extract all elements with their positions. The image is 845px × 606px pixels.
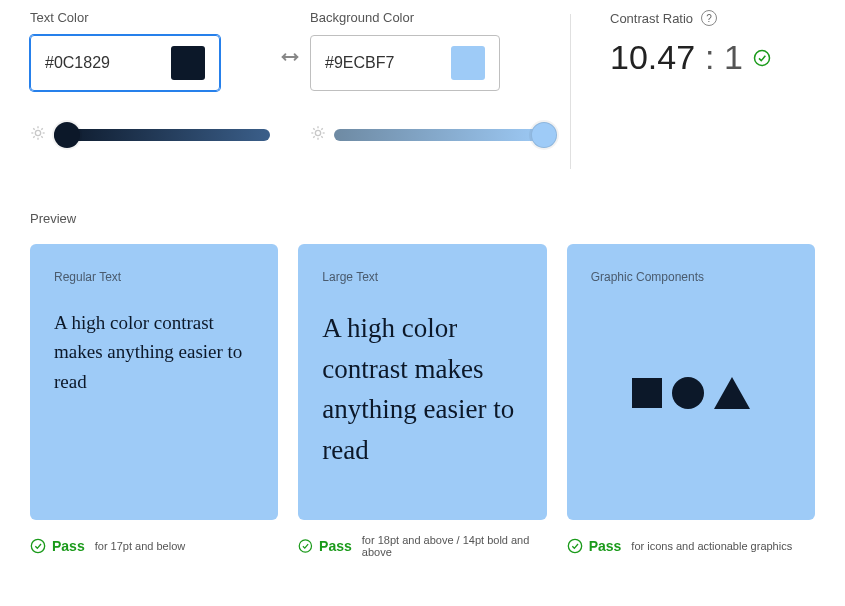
check-icon bbox=[30, 538, 46, 554]
svg-point-22 bbox=[568, 539, 581, 552]
svg-line-6 bbox=[41, 136, 42, 137]
contrast-ratio-value: 10.47 : 1 bbox=[610, 38, 771, 77]
sample-large: A high color contrast makes anything eas… bbox=[322, 308, 522, 470]
text-color-swatch[interactable] bbox=[171, 46, 205, 80]
text-color-section: Text Color bbox=[30, 10, 270, 145]
svg-point-0 bbox=[35, 130, 40, 135]
pass-label: Pass bbox=[52, 538, 85, 554]
text-lightness-slider[interactable] bbox=[54, 129, 270, 141]
background-color-label: Background Color bbox=[310, 10, 550, 25]
background-color-field[interactable] bbox=[310, 35, 500, 91]
svg-line-18 bbox=[321, 128, 322, 129]
divider bbox=[570, 14, 571, 169]
square-icon bbox=[632, 378, 662, 408]
text-lightness-thumb[interactable] bbox=[54, 122, 80, 148]
sample-regular: A high color contrast makes anything eas… bbox=[54, 308, 254, 396]
circle-icon bbox=[672, 377, 704, 409]
card-title-regular: Regular Text bbox=[54, 270, 254, 284]
pass-desc-large: for 18pt and above / 14pt bold and above bbox=[362, 534, 547, 558]
text-color-input[interactable] bbox=[45, 54, 155, 72]
background-color-section: Background Color bbox=[310, 10, 550, 145]
check-icon bbox=[753, 49, 771, 67]
background-color-swatch[interactable] bbox=[451, 46, 485, 80]
brightness-icon bbox=[310, 125, 326, 145]
preview-card-regular: Regular Text A high color contrast makes… bbox=[30, 244, 278, 520]
result-large: Pass for 18pt and above / 14pt bold and … bbox=[298, 534, 546, 558]
svg-line-17 bbox=[313, 136, 314, 137]
contrast-ratio-section: Contrast Ratio ? 10.47 : 1 bbox=[550, 10, 771, 77]
svg-line-7 bbox=[33, 136, 34, 137]
ratio-number: 10.47 bbox=[610, 38, 695, 77]
preview-card-graphic: Graphic Components bbox=[567, 244, 815, 520]
preview-card-large: Large Text A high color contrast makes a… bbox=[298, 244, 546, 520]
brightness-icon bbox=[30, 125, 46, 145]
result-graphic: Pass for icons and actionable graphics bbox=[567, 534, 815, 558]
pass-label: Pass bbox=[319, 538, 352, 554]
ratio-suffix: : 1 bbox=[705, 38, 743, 77]
card-title-large: Large Text bbox=[322, 270, 522, 284]
check-icon bbox=[567, 538, 583, 554]
result-regular: Pass for 17pt and below bbox=[30, 534, 278, 558]
text-color-field[interactable] bbox=[30, 35, 220, 91]
text-color-label: Text Color bbox=[30, 10, 270, 25]
swap-colors-button[interactable] bbox=[270, 10, 310, 68]
svg-point-19 bbox=[754, 50, 769, 65]
preview-heading: Preview bbox=[30, 211, 815, 226]
svg-point-20 bbox=[31, 539, 44, 552]
pass-desc-graphic: for icons and actionable graphics bbox=[631, 540, 792, 552]
svg-point-21 bbox=[300, 540, 312, 552]
contrast-ratio-label: Contrast Ratio bbox=[610, 11, 693, 26]
card-title-graphic: Graphic Components bbox=[591, 270, 791, 284]
background-color-input[interactable] bbox=[325, 54, 435, 72]
svg-point-10 bbox=[315, 130, 320, 135]
svg-line-8 bbox=[41, 128, 42, 129]
check-icon bbox=[298, 538, 313, 554]
pass-label: Pass bbox=[589, 538, 622, 554]
svg-line-16 bbox=[321, 136, 322, 137]
pass-desc-regular: for 17pt and below bbox=[95, 540, 186, 552]
background-lightness-slider[interactable] bbox=[334, 129, 550, 141]
svg-line-15 bbox=[313, 128, 314, 129]
svg-line-5 bbox=[33, 128, 34, 129]
triangle-icon bbox=[714, 377, 750, 409]
help-icon[interactable]: ? bbox=[701, 10, 717, 26]
background-lightness-thumb[interactable] bbox=[531, 122, 557, 148]
